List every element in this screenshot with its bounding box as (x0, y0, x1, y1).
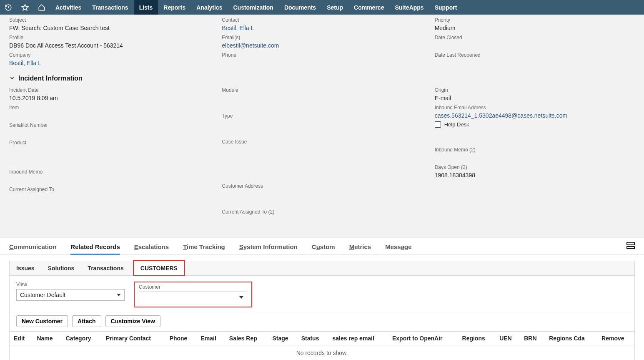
new-customer-button[interactable]: New Customer (16, 315, 68, 327)
subtab-solutions[interactable]: Solutions (41, 261, 81, 275)
subtab-customers[interactable]: CUSTOMERS (133, 260, 185, 276)
tab-escalations[interactable]: Escalations (134, 243, 169, 254)
incident-section-title: Incident Information (18, 75, 83, 82)
tab-communication[interactable]: Communication (9, 243, 56, 254)
field-value: Bestil, Ella L (9, 59, 209, 67)
field-label: Date Closed (435, 35, 635, 40)
field-label: Phone (222, 52, 422, 58)
column-category[interactable]: Category (62, 332, 102, 345)
column-name[interactable]: Name (33, 332, 61, 345)
nav-reports[interactable]: Reports (158, 0, 191, 15)
home-icon[interactable] (33, 0, 50, 15)
layout-toggle-icon[interactable] (626, 242, 635, 250)
field-value: FW: Search: Custom Case Search test (9, 24, 209, 32)
field-label: Case Issue (222, 139, 422, 145)
column-status[interactable]: Status (297, 332, 328, 345)
field-label: Contact (222, 17, 422, 23)
incident-section-header[interactable]: Incident Information (9, 75, 635, 82)
subtab-issues[interactable]: Issues (10, 261, 41, 275)
field-link[interactable]: Bestil, Ella L (222, 25, 254, 31)
field-value: DB96 Doc All Access Test Account - 56321… (9, 41, 209, 50)
field-value: E-mail (435, 94, 635, 102)
column-brn[interactable]: BRN (520, 332, 545, 345)
field-value (222, 59, 422, 67)
nav-commerce[interactable]: Commerce (348, 0, 389, 15)
customer-filter: Customer (134, 282, 252, 307)
caret-down-icon (117, 294, 121, 296)
field-label: Inbound Memo (9, 169, 209, 175)
field-value: Bestil, Ella L (222, 24, 422, 32)
field-link[interactable]: cases.563214_1.5302ae4498@cases.netsuite… (435, 112, 568, 119)
field-label: Type (222, 113, 422, 119)
attach-button[interactable]: Attach (72, 315, 101, 327)
customer-select[interactable] (139, 292, 247, 303)
field-value (222, 216, 422, 224)
tab-system-information[interactable]: System Information (239, 243, 298, 254)
column-sales-rep[interactable]: Sales Rep (225, 332, 268, 345)
svg-marker-0 (22, 4, 28, 10)
svg-rect-2 (627, 247, 634, 249)
nav-support[interactable]: Support (429, 0, 463, 15)
chevron-down-icon[interactable] (9, 75, 15, 82)
column-regions[interactable]: Regions (458, 332, 496, 345)
nav-setup[interactable]: Setup (321, 0, 348, 15)
nav-documents[interactable]: Documents (279, 0, 321, 15)
column-stage[interactable]: Stage (268, 332, 297, 345)
field-value (9, 146, 209, 155)
field-link[interactable]: Bestil, Ella L (9, 60, 41, 66)
field-value (435, 41, 635, 50)
tab-metrics[interactable]: Metrics (349, 243, 371, 254)
field-link[interactable]: elbestil@netsuite.com (222, 42, 279, 49)
field-value: Medium (435, 24, 635, 32)
column-primary-contact[interactable]: Primary Contact (102, 332, 165, 345)
top-nav: ActivitiesTransactionsListsReportsAnalyt… (0, 0, 644, 15)
view-select-value: Customer Default (20, 292, 65, 298)
nav-suiteapps[interactable]: SuiteApps (389, 0, 429, 15)
field-label: Module (222, 87, 422, 93)
column-edit[interactable]: Edit (10, 332, 33, 345)
field-label: Inbound Memo (2) (435, 147, 635, 153)
view-select[interactable]: Customer Default (16, 289, 125, 301)
field-value (222, 146, 422, 154)
column-sales-rep-email[interactable]: sales rep email (328, 332, 388, 345)
field-value (9, 176, 209, 184)
field-value: 1908.18304398 (435, 171, 635, 179)
field-label: Priority (435, 17, 635, 23)
tab-time-tracking[interactable]: Time Tracking (183, 243, 225, 254)
field-value (222, 120, 422, 128)
customers-table: EditNameCategoryPrimary ContactPhoneEmai… (9, 332, 635, 360)
field-label: Origin (435, 87, 635, 93)
view-label: View (16, 282, 125, 287)
nav-analytics[interactable]: Analytics (191, 0, 228, 15)
subtab-transactions[interactable]: Transactions (81, 261, 130, 275)
field-value (9, 111, 209, 120)
nav-lists[interactable]: Lists (134, 0, 158, 15)
field-value (435, 59, 635, 67)
customize-view-button[interactable]: Customize View (105, 315, 160, 327)
field-label: Serial/lot Number (9, 122, 209, 128)
field-label: Days Open (2) (435, 164, 635, 170)
field-value: 10.5.2019 8:09 am (9, 94, 209, 102)
column-email[interactable]: Email (196, 332, 225, 345)
field-label: Subject (9, 17, 209, 23)
nav-customization[interactable]: Customization (228, 0, 278, 15)
column-phone[interactable]: Phone (165, 332, 197, 345)
field-label: Date Last Reopened (435, 52, 635, 58)
checkbox-label: Help Desk (444, 121, 469, 128)
history-icon[interactable] (0, 0, 17, 15)
checkbox[interactable] (435, 121, 441, 128)
tab-custom[interactable]: Custom (312, 243, 335, 254)
column-remove[interactable]: Remove (597, 332, 634, 345)
field-label: Profile (9, 35, 209, 40)
customer-label: Customer (139, 284, 247, 290)
star-icon[interactable] (17, 0, 33, 15)
column-export-to-openair[interactable]: Export to OpenAir (388, 332, 458, 345)
column-uen[interactable]: UEN (495, 332, 520, 345)
column-regions-cda[interactable]: Regions Cda (545, 332, 597, 345)
nav-activities[interactable]: Activities (50, 0, 87, 15)
nav-transactions[interactable]: Transactions (87, 0, 133, 15)
field-label: Incident Date (9, 87, 209, 93)
tab-message[interactable]: Message (385, 243, 411, 254)
tab-related-records[interactable]: Related Records (70, 243, 120, 254)
field-label: Inbound Email Address (435, 105, 635, 111)
